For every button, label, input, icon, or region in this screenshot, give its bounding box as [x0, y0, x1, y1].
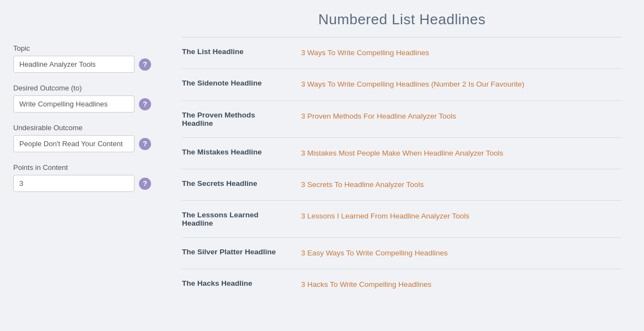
- points-input-row: ?: [13, 175, 158, 192]
- table-row: The Secrets Headline 3 Secrets To Headli…: [182, 169, 622, 200]
- topic-input-row: ?: [13, 56, 158, 73]
- undesirable-field-group: Undesirable Outcome ?: [13, 124, 158, 152]
- headline-value: 3 Easy Ways To Write Compelling Headline…: [292, 238, 622, 269]
- page-title: Numbered List Headlines: [182, 11, 622, 28]
- desired-label: Desired Outcome (to): [13, 84, 158, 92]
- table-row: The Proven Methods Headline 3 Proven Met…: [182, 100, 622, 137]
- table-row: The Mistakes Headline 3 Mistakes Most Pe…: [182, 137, 622, 169]
- undesirable-input[interactable]: [13, 135, 135, 152]
- undesirable-help-icon[interactable]: ?: [139, 138, 151, 150]
- headline-type: The List Headline: [182, 38, 292, 69]
- headline-type: The Mistakes Headline: [182, 137, 292, 169]
- headline-link[interactable]: 3 Ways To Write Compelling Headlines: [301, 49, 429, 57]
- desired-input-row: ?: [13, 95, 158, 113]
- headline-link[interactable]: 3 Lessons I Learned From Headline Analyz…: [301, 212, 469, 220]
- sidebar: Topic ? Desired Outcome (to) ? Undesirab…: [0, 0, 171, 331]
- headline-type: The Secrets Headline: [182, 169, 292, 200]
- table-row: The List Headline 3 Ways To Write Compel…: [182, 38, 622, 69]
- headline-type: The Sidenote Headline: [182, 69, 292, 100]
- page-container: Topic ? Desired Outcome (to) ? Undesirab…: [0, 0, 644, 331]
- headline-value: 3 Secrets To Headline Analyzer Tools: [292, 169, 622, 200]
- main-content: Numbered List Headlines The List Headlin…: [171, 0, 644, 331]
- topic-label: Topic: [13, 44, 158, 52]
- headline-value: 3 Ways To Write Compelling Headlines (Nu…: [292, 69, 622, 100]
- headline-link[interactable]: 3 Proven Methods For Headline Analyzer T…: [301, 112, 456, 120]
- points-help-icon[interactable]: ?: [139, 178, 151, 190]
- headline-value: 3 Lessons I Learned From Headline Analyz…: [292, 201, 622, 238]
- topic-field-group: Topic ?: [13, 44, 158, 73]
- headline-type: The Lessons Learned Headline: [182, 201, 292, 238]
- table-row: The Lessons Learned Headline 3 Lessons I…: [182, 201, 622, 238]
- headline-value: 3 Mistakes Most People Make When Headlin…: [292, 137, 622, 169]
- headline-type: The Silver Platter Headline: [182, 238, 292, 269]
- desired-help-icon[interactable]: ?: [139, 98, 151, 110]
- topic-input[interactable]: [13, 56, 135, 73]
- headline-value: 3 Proven Methods For Headline Analyzer T…: [292, 100, 622, 137]
- headline-link[interactable]: 3 Ways To Write Compelling Headlines (Nu…: [301, 80, 524, 88]
- headline-link[interactable]: 3 Secrets To Headline Analyzer Tools: [301, 180, 423, 189]
- headline-link[interactable]: 3 Hacks To Write Compelling Headlines: [301, 280, 432, 289]
- headline-link[interactable]: 3 Easy Ways To Write Compelling Headline…: [301, 249, 448, 257]
- headline-type: The Proven Methods Headline: [182, 100, 292, 137]
- headline-link[interactable]: 3 Mistakes Most People Make When Headlin…: [301, 149, 503, 157]
- topic-help-icon[interactable]: ?: [139, 58, 151, 71]
- headline-value: 3 Ways To Write Compelling Headlines: [292, 38, 622, 69]
- headlines-table: The List Headline 3 Ways To Write Compel…: [182, 38, 622, 301]
- points-field-group: Points in Content ?: [13, 163, 158, 192]
- desired-input[interactable]: [13, 95, 135, 113]
- table-row: The Sidenote Headline 3 Ways To Write Co…: [182, 69, 622, 100]
- points-input[interactable]: [13, 175, 135, 192]
- headline-value: 3 Hacks To Write Compelling Headlines: [292, 269, 622, 301]
- undesirable-input-row: ?: [13, 135, 158, 152]
- undesirable-label: Undesirable Outcome: [13, 124, 158, 132]
- table-row: The Silver Platter Headline 3 Easy Ways …: [182, 238, 622, 269]
- points-label: Points in Content: [13, 163, 158, 172]
- desired-field-group: Desired Outcome (to) ?: [13, 84, 158, 113]
- headline-type: The Hacks Headline: [182, 269, 292, 301]
- table-row: The Hacks Headline 3 Hacks To Write Comp…: [182, 269, 622, 301]
